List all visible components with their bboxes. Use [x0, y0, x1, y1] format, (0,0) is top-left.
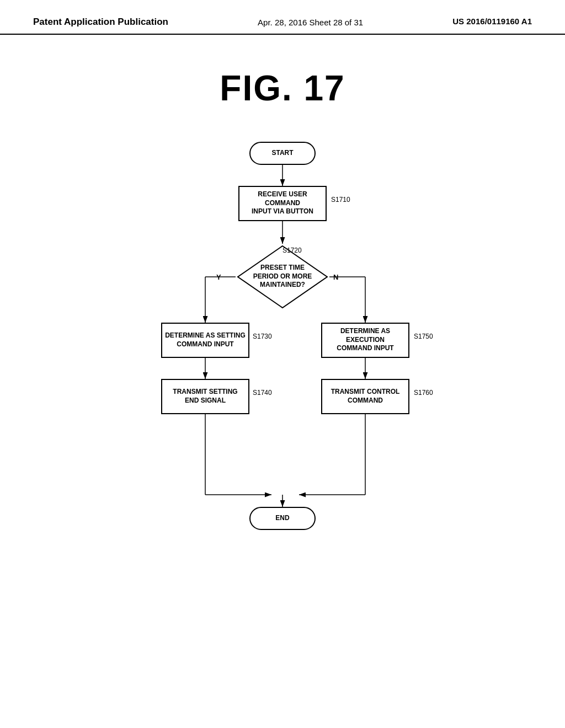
end-terminal: END	[249, 507, 316, 530]
header-right: US 2016/0119160 A1	[452, 17, 532, 26]
flowchart: START RECEIVE USER COMMAND INPUT VIA BUT…	[95, 136, 470, 566]
s1740-step-label: S1740	[253, 389, 272, 397]
s1730-step-label: S1730	[253, 333, 272, 340]
s1720-step-label: S1720	[282, 247, 302, 254]
s1760-step-label: S1760	[414, 389, 433, 397]
start-terminal: START	[249, 142, 316, 165]
s1710-step-label: S1710	[331, 196, 350, 204]
s1740-process: TRANSMIT SETTING END SIGNAL	[161, 379, 249, 414]
y-label: Y	[216, 273, 221, 281]
n-label: N	[333, 273, 338, 281]
s1760-process: TRANSMIT CONTROL COMMAND	[321, 379, 409, 414]
header-left: Patent Application Publication	[33, 17, 168, 28]
figure-title: FIG. 17	[0, 68, 565, 109]
s1750-process: DETERMINE AS EXECUTION COMMAND INPUT	[321, 323, 409, 358]
page-header: Patent Application Publication Apr. 28, …	[0, 0, 565, 35]
s1710-process: RECEIVE USER COMMAND INPUT VIA BUTTON	[238, 186, 327, 221]
s1750-step-label: S1750	[414, 333, 433, 340]
header-center: Apr. 28, 2016 Sheet 28 of 31	[258, 17, 363, 29]
s1730-process: DETERMINE AS SETTING COMMAND INPUT	[161, 323, 249, 358]
